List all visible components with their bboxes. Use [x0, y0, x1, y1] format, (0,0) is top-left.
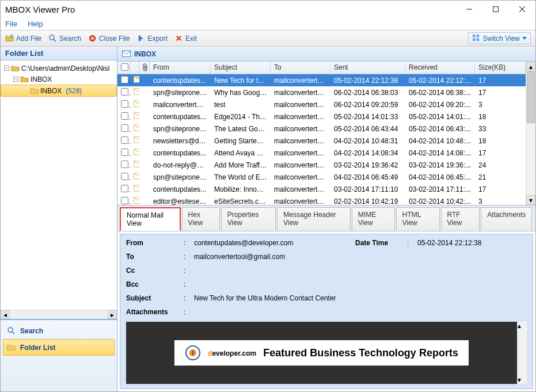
app-title: MBOX Viewer Pro [5, 5, 75, 14]
message-row[interactable]: mailconvertertool...testmailconvertertoo… [117, 98, 526, 111]
close-button[interactable] [509, 1, 535, 18]
message-row[interactable]: contentupdates...Mobilize: Innovat...mai… [117, 183, 526, 195]
minimize-button[interactable] [456, 1, 482, 18]
message-grid: From Subject To Sent Received Size(KB) c… [117, 62, 526, 205]
tab-hex[interactable]: Hex View [182, 207, 220, 231]
cell-received: 05-02-2014 22:12:... [405, 75, 475, 86]
message-row[interactable]: do-not-reply@de...Add More Traffic ...ma… [117, 159, 526, 171]
cell-to: mailconvertertool... [271, 135, 330, 147]
collapse-icon[interactable]: − [4, 66, 9, 71]
tree-root[interactable]: − C:\Users\admin\Desktop\Nisl [1, 63, 117, 74]
row-checkbox[interactable] [121, 100, 128, 108]
scroll-left-icon[interactable]: ◂ [1, 310, 10, 319]
message-row[interactable]: spn@sitepronew...The Latest Googl...mail… [117, 123, 526, 135]
cell-size: 17 [475, 184, 526, 195]
menu-file[interactable]: File [5, 20, 17, 28]
col-to[interactable]: To [271, 62, 330, 74]
menu-help[interactable]: Help [28, 20, 43, 28]
cell-subject: eSiteSecrets.com ... [211, 196, 271, 205]
envelope-icon [130, 135, 139, 147]
scroll-up-icon[interactable]: ▴ [518, 322, 527, 330]
col-check[interactable] [117, 62, 130, 74]
message-row[interactable]: contentupdates...New Tech for the ...mai… [117, 74, 526, 86]
row-checkbox[interactable] [121, 173, 128, 180]
search-button[interactable]: Search [48, 34, 81, 43]
row-checkbox[interactable] [121, 76, 128, 83]
message-row[interactable]: newsletters@dev...Getting Started ...mai… [117, 135, 526, 147]
row-checkbox[interactable] [121, 112, 128, 120]
message-row[interactable]: contentupdates...Edge2014 - The P...mail… [117, 111, 526, 123]
cell-to: mailconvertertool... [271, 196, 330, 205]
row-checkbox[interactable] [121, 197, 128, 204]
lbl-bcc: Bcc [126, 280, 184, 288]
col-from[interactable]: From [150, 62, 211, 74]
scroll-right-icon[interactable]: ▸ [108, 310, 117, 319]
cell-received: 06-02-2014 09:20:... [405, 99, 475, 111]
message-row[interactable]: contentupdates...Attend Avaya Evo...mail… [117, 147, 526, 159]
close-file-button[interactable]: Close File [88, 34, 130, 43]
scroll-down-icon[interactable]: ▾ [526, 195, 535, 205]
col-subject[interactable]: Subject [211, 62, 271, 74]
tree-inbox[interactable]: − INBOX [1, 74, 117, 85]
chevron-down-icon [522, 37, 527, 40]
row-checkbox[interactable] [121, 161, 128, 168]
envelope-icon [130, 98, 139, 111]
val-attachments [194, 308, 355, 316]
exit-button[interactable]: Exit [174, 34, 197, 43]
row-checkbox[interactable] [121, 185, 128, 192]
cell-size: 24 [475, 159, 526, 171]
tab-html[interactable]: HTML View [396, 207, 440, 231]
grid-icon [472, 34, 481, 43]
sidebar: Folder List − C:\Users\admin\Desktop\Nis… [1, 47, 117, 391]
cell-to: mailconvertertool... [271, 87, 330, 98]
export-button[interactable]: Export [136, 34, 168, 43]
cell-sent: 04-02-2014 14:08:34 [330, 147, 405, 159]
scroll-thumb[interactable] [527, 71, 535, 123]
cell-sent: 03-02-2014 17:11:10 [330, 184, 405, 195]
sidebar-search-button[interactable]: Search [3, 322, 115, 339]
col-attach[interactable] [139, 62, 150, 74]
cell-sent: 05-02-2014 06:43:44 [330, 123, 405, 135]
cell-subject: Getting Started ... [211, 135, 271, 147]
tab-properties[interactable]: Properties View [221, 207, 276, 231]
col-sent[interactable]: Sent [330, 62, 405, 74]
cell-subject: test [211, 99, 271, 111]
envelope-icon [130, 159, 139, 171]
tree-inbox-child[interactable]: INBOX (528) [1, 85, 117, 97]
envelope-icon [130, 86, 139, 98]
folder-plus-icon [5, 34, 14, 43]
cell-subject: Why has Google ... [211, 87, 271, 98]
col-received[interactable]: Received [405, 62, 475, 74]
message-row[interactable]: spn@sitepronew...Why has Google ...mailc… [117, 86, 526, 98]
col-flag[interactable] [130, 62, 139, 74]
tab-rtf[interactable]: RTF View [441, 207, 480, 231]
search-icon [7, 326, 16, 335]
message-row[interactable]: spn@sitepronew...The World of Eco...mail… [117, 171, 526, 183]
tab-mime[interactable]: MIME View [352, 207, 395, 231]
tab-msghdr[interactable]: Message Header View [277, 207, 351, 231]
row-checkbox[interactable] [121, 149, 128, 156]
row-checkbox[interactable] [121, 124, 128, 132]
search-icon [48, 34, 57, 43]
add-file-button[interactable]: Add File [5, 34, 41, 43]
sidebar-folderlist-button[interactable]: Folder List [3, 339, 115, 356]
row-checkbox[interactable] [121, 88, 128, 96]
sidebar-hscroll[interactable]: ◂ ▸ [1, 310, 117, 319]
row-checkbox[interactable] [121, 136, 128, 144]
cell-received: 03-02-2014 17:11:... [405, 184, 475, 195]
scroll-up-icon[interactable]: ▴ [526, 62, 535, 71]
collapse-icon[interactable]: − [13, 77, 18, 82]
cell-to: mailconvertertool... [271, 159, 330, 171]
envelope-icon [130, 147, 139, 159]
tab-attachments[interactable]: Attachments [481, 207, 532, 231]
cell-received: 02-02-2014 10:42:... [405, 196, 475, 205]
body-vscroll[interactable]: ▴ ▾ [517, 322, 527, 384]
tab-normal[interactable]: Normal Mail View [120, 207, 181, 231]
message-row[interactable]: editor@esitesecr...eSiteSecrets.com ...m… [117, 195, 526, 205]
col-size[interactable]: Size(KB) [475, 62, 526, 74]
val-cc [194, 267, 355, 275]
switch-view-button[interactable]: Switch View [468, 32, 531, 44]
scroll-down-icon[interactable]: ▾ [518, 376, 527, 384]
maximize-button[interactable] [482, 1, 509, 18]
grid-vscroll[interactable]: ▴ ▾ [526, 62, 535, 205]
